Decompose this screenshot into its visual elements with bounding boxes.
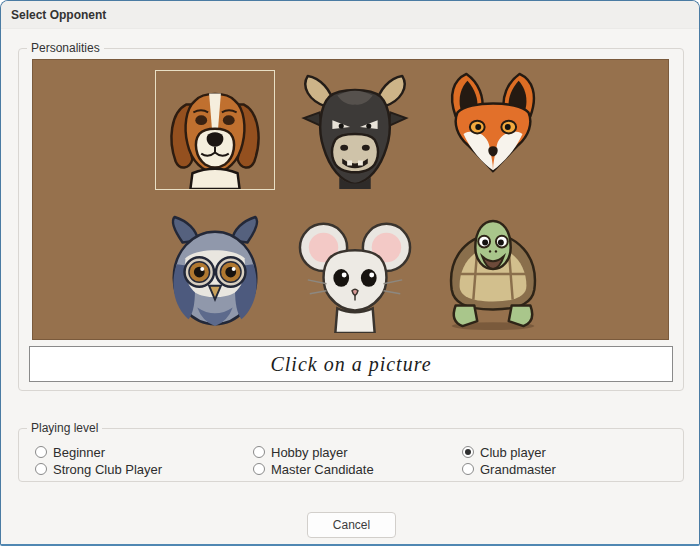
owl-illustration (156, 215, 274, 333)
personality-option-dog[interactable] (155, 70, 275, 190)
status-bar: Click on a picture (29, 346, 673, 382)
radio-club-player-label: Club player (480, 445, 546, 460)
radio-grandmaster-label: Grandmaster (480, 462, 556, 477)
radio-hobby-player-label: Hobby player (271, 445, 348, 460)
radio-beginner[interactable]: Beginner (35, 444, 105, 460)
radio-strong-club-player[interactable]: Strong Club Player (35, 461, 162, 477)
bull-illustration (296, 71, 414, 189)
radio-master-candidate-label: Master Candidate (271, 462, 374, 477)
personality-option-owl[interactable] (155, 214, 275, 334)
radio-circle-icon (253, 446, 265, 458)
radio-circle-icon (462, 463, 474, 475)
personality-option-fox[interactable] (433, 70, 553, 190)
personality-option-turtle[interactable] (433, 214, 553, 334)
radio-circle-icon (35, 463, 47, 475)
radio-beginner-label: Beginner (53, 445, 105, 460)
radio-master-candidate[interactable]: Master Candidate (253, 461, 374, 477)
radio-grandmaster[interactable]: Grandmaster (462, 461, 556, 477)
playing-level-group: Playing level Beginner Strong Club Playe… (18, 428, 684, 482)
radio-hobby-player[interactable]: Hobby player (253, 444, 348, 460)
window-title: Select Opponent (11, 8, 106, 22)
personalities-group-label: Personalities (27, 41, 104, 56)
title-bar: Select Opponent (1, 1, 699, 29)
cancel-button[interactable]: Cancel (307, 512, 396, 538)
radio-circle-icon (253, 463, 265, 475)
personality-option-mouse[interactable] (295, 214, 415, 334)
mouse-illustration (296, 215, 414, 333)
radio-circle-icon (35, 446, 47, 458)
dialog-window: Select Opponent Personalities (0, 0, 700, 546)
playing-level-group-label: Playing level (27, 421, 102, 436)
personalities-panel (32, 59, 669, 340)
personality-option-bull[interactable] (295, 70, 415, 190)
radio-circle-icon (462, 446, 474, 458)
radio-club-player[interactable]: Club player (462, 444, 546, 460)
status-text: Click on a picture (270, 353, 431, 376)
radio-strong-club-player-label: Strong Club Player (53, 462, 162, 477)
personalities-group: Personalities (18, 48, 684, 391)
fox-illustration (434, 71, 552, 189)
turtle-illustration (434, 215, 552, 333)
dog-illustration (156, 71, 274, 189)
